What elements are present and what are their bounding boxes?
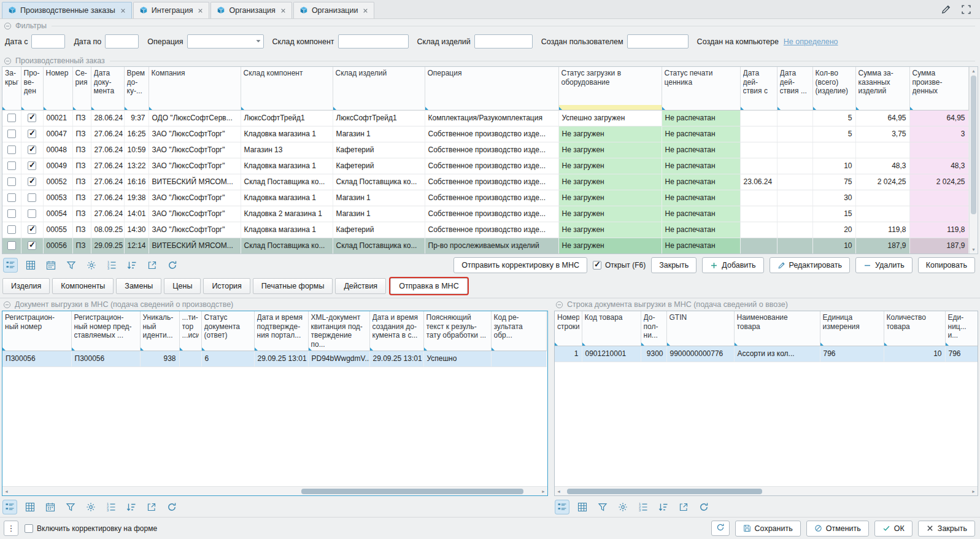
mns-row-numbered-list-icon[interactable]: 123	[636, 500, 650, 514]
orders-table-view-icon[interactable]	[24, 258, 37, 272]
column-header[interactable]: XML-документ квитанция под- тверждение п…	[308, 311, 369, 351]
column-header[interactable]: До- пол- ни...	[641, 311, 666, 346]
orders-filter-icon[interactable]	[64, 258, 78, 272]
scroll-up-icon[interactable]: ▲	[971, 68, 976, 74]
add-button[interactable]: Добавить	[702, 257, 763, 273]
orders-refresh-icon[interactable]	[166, 258, 179, 272]
copy-button[interactable]: Копировать	[918, 257, 975, 273]
column-header-date_to[interactable]: Дата дей- ствия ...	[777, 67, 812, 110]
mns-row-export-icon[interactable]	[677, 500, 690, 514]
column-header[interactable]: Статус документа (ответ)	[201, 311, 254, 351]
column-header[interactable]: Регистрацион- ный номер пред- ставляемых…	[71, 311, 140, 351]
orders-export-icon[interactable]	[145, 258, 159, 272]
horizontal-scrollbar[interactable]: ◄ ►	[555, 486, 978, 495]
posted-checkbox[interactable]	[28, 114, 36, 122]
column-header-wh_prod[interactable]: Склад изделий	[333, 67, 425, 110]
filter-4-input[interactable]	[474, 34, 533, 48]
posted-checkbox[interactable]	[28, 193, 36, 202]
posted-checkbox[interactable]	[28, 177, 36, 186]
mns-doc-numbered-list-icon[interactable]: 123	[104, 500, 118, 514]
mns-row-list-view-icon[interactable]	[555, 500, 569, 514]
scroll-down-icon[interactable]: ▼	[971, 246, 976, 253]
closed-checkbox[interactable]	[7, 130, 16, 138]
order-row-00053[interactable]: 00053ПЗ27.06.2419:38ЗАО "ЛюксСофтТорг"Кл…	[2, 190, 968, 206]
column-header[interactable]: Уникаль- ный иденти...	[140, 311, 179, 351]
column-header-date_from[interactable]: Дата дей- ствия с	[740, 67, 777, 110]
scrollbar-track[interactable]	[563, 489, 970, 494]
column-header-posted[interactable]: Про- ве- ден	[21, 67, 43, 110]
column-header[interactable]: Дата и время подтвержде- ния портал...	[254, 311, 308, 351]
horizontal-scrollbar[interactable]: ◄ ►	[2, 486, 547, 495]
detail-tab-1[interactable]: Компоненты	[52, 278, 114, 294]
column-header-qty[interactable]: Кол-во (всего) (изделие)	[812, 67, 855, 110]
doc-tab-3[interactable]: Организации	[293, 2, 375, 18]
posted-checkbox[interactable]	[28, 145, 36, 154]
mns-doc-sort-icon[interactable]	[125, 500, 138, 514]
order-row-00054[interactable]: 00054ПЗ27.06.2414:01ЗАО "ЛюксСофтТорг"Кл…	[2, 206, 968, 222]
orders-list-view-icon[interactable]	[4, 258, 17, 272]
scroll-left-icon[interactable]: ◄	[4, 489, 9, 494]
closed-checkbox[interactable]	[7, 177, 16, 186]
close-tab-icon[interactable]	[198, 8, 203, 14]
mns_doc-row[interactable]: П300056П300056938629.09.25 13:01PD94bWwg…	[2, 351, 546, 366]
column-header-company[interactable]: Компания	[149, 67, 241, 110]
collapse-mns-doc-icon[interactable]	[3, 301, 11, 309]
closed-checkbox[interactable]	[7, 209, 16, 218]
closed-checkbox[interactable]	[7, 161, 16, 170]
column-header[interactable]: Наименование товара	[734, 311, 820, 346]
closed-checkbox[interactable]	[7, 145, 16, 154]
posted-checkbox[interactable]	[28, 161, 36, 170]
open-f6-checkbox[interactable]: Открыт (F6)	[593, 261, 646, 270]
close-tab-icon[interactable]	[280, 8, 286, 14]
mns_row-row[interactable]: 1090121000193009900000000776Ассорти из к…	[555, 346, 978, 362]
column-header[interactable]: Номер строки	[555, 311, 582, 346]
posted-checkbox[interactable]	[28, 209, 36, 218]
scrollbar-track[interactable]	[971, 76, 976, 245]
mns-doc-filter-icon[interactable]	[64, 500, 77, 514]
mns-row-table-view-icon[interactable]	[576, 500, 589, 514]
column-header-closed[interactable]: За- крыт	[2, 67, 21, 110]
column-header-sum_produced[interactable]: Сумма произве- денных	[909, 67, 968, 110]
column-header[interactable]: Поясняющий текст к резуль- тату обработк…	[423, 311, 491, 351]
mns-doc-export-icon[interactable]	[145, 500, 158, 514]
detail-tab-4[interactable]: История	[203, 278, 250, 294]
vertical-scrollbar[interactable]: ▲ ▼	[969, 67, 978, 254]
column-header-sum_ordered[interactable]: Сумма за- казанных изделий	[855, 67, 909, 110]
detail-tab-5[interactable]: Печатные формы	[253, 278, 333, 294]
mns-row-sort-icon[interactable]	[657, 500, 670, 514]
scroll-right-icon[interactable]: ►	[541, 489, 546, 494]
orders-gear-icon[interactable]	[85, 258, 98, 272]
detail-tab-2[interactable]: Замены	[116, 278, 161, 294]
posted-checkbox[interactable]	[28, 241, 36, 250]
column-header[interactable]: Единица измерения	[820, 311, 884, 346]
column-header-operation[interactable]: Операция	[425, 67, 558, 110]
scroll-left-icon[interactable]: ◄	[557, 489, 561, 494]
scrollbar-track[interactable]	[10, 489, 539, 494]
column-header-wh_comp[interactable]: Склад компонент	[241, 67, 333, 110]
detail-tab-7[interactable]: Отправка в МНС	[390, 278, 468, 294]
mns-row-filter-icon[interactable]	[596, 500, 609, 514]
edit-icon[interactable]	[941, 4, 951, 15]
orders-numbered-list-icon[interactable]: 123	[105, 258, 118, 272]
save-button[interactable]: Сохранить	[735, 521, 801, 537]
scrollbar-thumb[interactable]	[971, 76, 976, 214]
refresh-button[interactable]	[711, 521, 730, 536]
posted-checkbox[interactable]	[28, 225, 36, 234]
column-header-number[interactable]: Номер	[43, 67, 72, 110]
close-button[interactable]: Закрыть	[918, 521, 975, 537]
detail-tab-3[interactable]: Цены	[164, 278, 201, 294]
closed-checkbox[interactable]	[7, 241, 16, 250]
column-header[interactable]: GTIN	[666, 311, 734, 346]
mns-row-gear-icon[interactable]	[616, 500, 630, 514]
closed-checkbox[interactable]	[7, 193, 16, 202]
filter-2-select[interactable]	[187, 34, 264, 48]
column-header-series[interactable]: Се- рия	[72, 67, 91, 110]
collapse-orders-icon[interactable]	[4, 57, 12, 65]
order-row-00052[interactable]: 00052ПЗ27.06.2416:16ВИТЕБСКИЙ МЯСОМ...Ск…	[2, 174, 968, 190]
cancel-button[interactable]: Отменить	[806, 521, 869, 537]
column-header[interactable]: Код товара	[582, 311, 641, 346]
collapse-filters-icon[interactable]	[4, 22, 12, 30]
doc-tab-1[interactable]: Интеграция	[133, 2, 210, 18]
scroll-right-icon[interactable]: ►	[971, 489, 976, 494]
column-header-print_status[interactable]: Статус печати ценника	[662, 67, 740, 110]
